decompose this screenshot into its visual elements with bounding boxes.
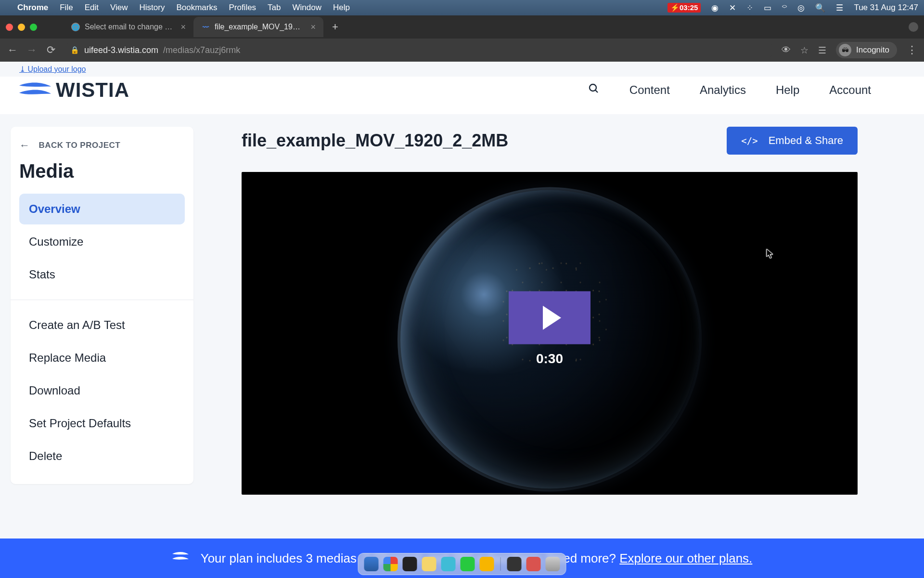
svg-point-0 xyxy=(590,84,596,91)
sidebar-item-set-defaults[interactable]: Set Project Defaults xyxy=(19,408,185,439)
dock-app-chrome[interactable] xyxy=(384,557,398,571)
browser-tab[interactable]: 🌐 Select email to change | Django × xyxy=(64,17,193,37)
tab-close-icon[interactable]: × xyxy=(180,22,186,32)
incognito-indicator-icon[interactable] xyxy=(909,22,918,32)
dock-app-6[interactable] xyxy=(461,557,475,571)
upload-logo-banner: ⤓ Upload your logo xyxy=(0,62,924,77)
media-title[interactable]: file_example_MOV_1920_2_2MB xyxy=(242,131,508,151)
dock-app-9[interactable] xyxy=(526,557,541,571)
wistia-favicon-icon: 〰 xyxy=(201,23,210,31)
tab-title: file_example_MOV_1920_2_2M xyxy=(215,23,303,31)
dock-app-terminal[interactable] xyxy=(403,557,417,571)
nav-reload-button[interactable]: ⟳ xyxy=(45,44,57,56)
menubar-profiles[interactable]: Profiles xyxy=(229,3,256,13)
dock-app-finder[interactable] xyxy=(364,557,379,571)
url-path: /medias/x7auzj6rmk xyxy=(163,45,240,55)
sidebar-item-stats[interactable]: Stats xyxy=(19,259,185,290)
dock-app-8[interactable] xyxy=(507,557,522,571)
menubar-history[interactable]: History xyxy=(139,3,165,13)
nav-account[interactable]: Account xyxy=(829,83,871,97)
window-close-button[interactable] xyxy=(6,24,13,31)
dock-trash[interactable] xyxy=(546,557,560,571)
menubar-file[interactable]: File xyxy=(60,3,73,13)
menubar-clock[interactable]: Tue 31 Aug 12:47 xyxy=(854,3,918,13)
nav-back-button[interactable]: ← xyxy=(7,44,18,56)
media-main: file_example_MOV_1920_2_2MB </> Embed & … xyxy=(242,127,858,495)
promo-explore-link[interactable]: Explore our other plans. xyxy=(619,551,752,565)
menubar-window[interactable]: Window xyxy=(293,3,321,13)
incognito-label: Incognito xyxy=(856,45,889,55)
menubar-tab[interactable]: Tab xyxy=(268,3,281,13)
browser-tab-strip: 🌐 Select email to change | Django × 〰 fi… xyxy=(0,15,924,39)
tab-close-icon[interactable]: × xyxy=(310,22,316,32)
sidebar-title: Media xyxy=(19,160,185,182)
code-icon: </> xyxy=(741,135,757,146)
media-sidebar: ← BACK TO PROJECT Media Overview Customi… xyxy=(11,127,193,484)
sidebar-item-delete[interactable]: Delete xyxy=(19,441,185,472)
sidebar-item-ab-test[interactable]: Create an A/B Test xyxy=(19,310,185,341)
sidebar-item-download[interactable]: Download xyxy=(19,375,185,406)
sidebar-item-replace-media[interactable]: Replace Media xyxy=(19,342,185,373)
arrow-left-icon: ← xyxy=(19,139,30,152)
eye-off-icon[interactable]: 👁 xyxy=(782,45,791,55)
video-player[interactable]: 0:30 xyxy=(242,172,858,495)
upload-logo-link[interactable]: ⤓ Upload your logo xyxy=(19,65,86,73)
dock-app-7[interactable] xyxy=(480,557,494,571)
browser-toolbar: ← → ⟳ 🔒 uifeed-3.wistia.com/medias/x7auz… xyxy=(0,39,924,62)
browser-tab-active[interactable]: 〰 file_example_MOV_1920_2_2M × xyxy=(193,17,323,37)
dock-separator xyxy=(500,557,501,571)
play-button[interactable] xyxy=(509,291,590,344)
dock-app-notes[interactable] xyxy=(422,557,436,571)
status-icon-3[interactable]: ⁘ xyxy=(746,3,753,13)
status-icon-2[interactable]: ✕ xyxy=(729,3,736,13)
menubar-help[interactable]: Help xyxy=(333,3,350,13)
window-zoom-button[interactable] xyxy=(30,24,37,31)
menubar-view[interactable]: View xyxy=(110,3,128,13)
dock-app-5[interactable] xyxy=(441,557,456,571)
wistia-logo-small-icon xyxy=(172,551,189,566)
incognito-badge[interactable]: 🕶 Incognito xyxy=(836,42,897,58)
embed-share-label: Embed & Share xyxy=(769,134,843,147)
sidebar-divider xyxy=(11,300,193,300)
back-label: BACK TO PROJECT xyxy=(39,141,121,150)
control-center-icon[interactable]: ◎ xyxy=(797,3,805,13)
nav-analytics[interactable]: Analytics xyxy=(700,83,746,97)
sidebar-item-overview[interactable]: Overview xyxy=(19,194,185,224)
reading-list-icon[interactable]: ☰ xyxy=(818,45,826,56)
address-bar[interactable]: 🔒 uifeed-3.wistia.com/medias/x7auzj6rmk xyxy=(64,41,774,59)
brand-logo[interactable]: WISTIA xyxy=(18,79,129,102)
battery-status[interactable]: ⚡03:25 xyxy=(667,3,701,13)
back-to-project-link[interactable]: ← BACK TO PROJECT xyxy=(19,139,185,152)
status-icon-1[interactable]: ◉ xyxy=(711,3,719,13)
lock-icon[interactable]: 🔒 xyxy=(70,46,79,54)
primary-nav: Content Analytics Help Account xyxy=(588,83,871,97)
window-controls xyxy=(6,24,37,31)
spotlight-icon[interactable]: 🔍 xyxy=(815,3,825,13)
battery-icon[interactable]: ▭ xyxy=(764,3,771,13)
svg-line-1 xyxy=(595,90,598,92)
nav-content[interactable]: Content xyxy=(629,83,670,97)
incognito-icon: 🕶 xyxy=(839,44,851,56)
video-duration: 0:30 xyxy=(509,351,590,367)
nav-forward-button[interactable]: → xyxy=(26,44,38,56)
url-domain: uifeed-3.wistia.com xyxy=(84,45,158,55)
bookmark-star-icon[interactable]: ☆ xyxy=(800,45,808,56)
play-icon xyxy=(543,306,561,330)
macos-dock xyxy=(358,553,566,575)
window-minimize-button[interactable] xyxy=(18,24,25,31)
menubar-bookmarks[interactable]: Bookmarks xyxy=(176,3,217,13)
notifications-icon[interactable]: ☰ xyxy=(836,3,843,13)
browser-menu-button[interactable]: ⋮ xyxy=(907,44,917,56)
tab-title: Select email to change | Django xyxy=(85,23,173,31)
sidebar-item-customize[interactable]: Customize xyxy=(19,226,185,257)
nav-help[interactable]: Help xyxy=(776,83,799,97)
new-tab-button[interactable]: + xyxy=(323,21,347,33)
search-button[interactable] xyxy=(588,83,600,97)
menubar-app-name[interactable]: Chrome xyxy=(17,3,48,13)
globe-icon: 🌐 xyxy=(71,23,80,31)
wifi-icon[interactable]: ⌔ xyxy=(782,3,787,13)
macos-menubar: Chrome File Edit View History Bookmarks … xyxy=(0,0,924,15)
embed-share-button[interactable]: </> Embed & Share xyxy=(727,127,858,155)
app-header: WISTIA Content Analytics Help Account xyxy=(0,77,924,114)
menubar-edit[interactable]: Edit xyxy=(85,3,99,13)
